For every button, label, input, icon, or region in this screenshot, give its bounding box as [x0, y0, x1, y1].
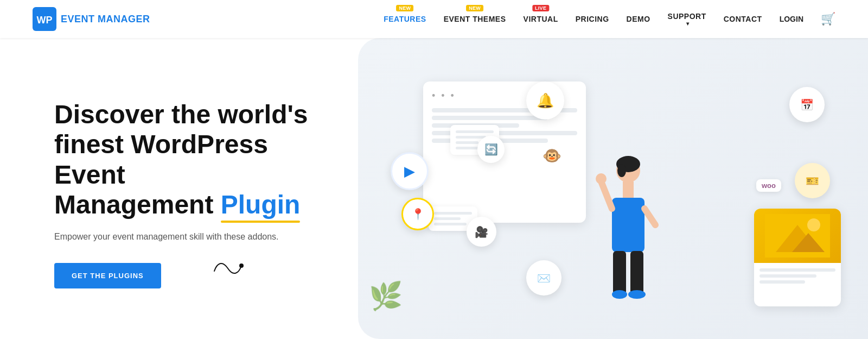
play-icon: ▶ — [404, 163, 415, 180]
email-icon: ✉️ — [537, 272, 551, 285]
location-circle: 📍 — [401, 198, 434, 230]
nav-item-virtual[interactable]: LIVE VIRTUAL — [524, 15, 558, 23]
image-card-thumbnail — [754, 209, 841, 263]
play-circle: ▶ — [391, 152, 429, 190]
refresh-circle: 🔄 — [477, 136, 505, 163]
video-icon: 🎥 — [475, 225, 488, 238]
nav-item-event-themes[interactable]: NEW EVENT THEMES — [444, 15, 506, 23]
video-circle: 🎥 — [467, 217, 496, 247]
mountain-scene — [765, 214, 830, 258]
person-illustration — [590, 154, 666, 306]
svg-rect-12 — [630, 251, 643, 294]
support-chevron-icon: ▾ — [686, 21, 690, 27]
nav-item-login[interactable]: LOGIN — [780, 15, 803, 23]
svg-point-9 — [596, 173, 607, 184]
hero-heading: Discover the world's finest WordPress Ev… — [54, 99, 336, 219]
logo-text: EVENT MANAGER — [61, 14, 150, 25]
hero-highlight: Plugin — [221, 190, 301, 219]
ticket-icon: 🎫 — [806, 174, 819, 187]
svg-rect-11 — [613, 251, 626, 294]
hero-left: Discover the world's finest WordPress Ev… — [0, 38, 369, 339]
card-line — [432, 116, 548, 120]
calendar-icon: 📅 — [800, 98, 814, 111]
ticket-circle: 🎫 — [795, 163, 830, 198]
mascot-icon: 🐵 — [542, 147, 561, 165]
features-badge: NEW — [396, 5, 413, 11]
image-card — [754, 209, 841, 306]
svg-point-5 — [617, 164, 626, 177]
svg-line-8 — [601, 181, 612, 209]
hero-right-illustration: • • • — [358, 38, 868, 339]
location-icon: 📍 — [411, 208, 425, 221]
cart-icon[interactable]: 🛒 — [821, 12, 835, 26]
nav-item-pricing[interactable]: PRICING — [576, 15, 609, 23]
get-plugins-button[interactable]: GET THE PLUGINS — [54, 263, 161, 288]
hero-section: Discover the world's finest WordPress Ev… — [0, 38, 868, 339]
svg-rect-7 — [623, 181, 634, 198]
bell-circle: 🔔 — [526, 81, 564, 120]
nav-item-support[interactable]: SUPPORT ▾ — [668, 12, 706, 27]
svg-point-13 — [612, 290, 627, 299]
header: WP EVENT MANAGER NEW FEATURES NEW EVENT … — [0, 0, 868, 38]
nav-item-contact[interactable]: CONTACT — [724, 15, 762, 23]
svg-text:WP: WP — [37, 15, 53, 26]
event-themes-badge: NEW — [466, 5, 483, 11]
squiggle-decoration — [212, 258, 244, 285]
virtual-badge: LIVE — [532, 5, 549, 11]
email-circle: ✉️ — [526, 260, 561, 296]
calendar-circle: 📅 — [789, 87, 825, 122]
nav-item-demo[interactable]: DEMO — [627, 15, 650, 23]
woo-badge: woo — [756, 179, 781, 192]
logo[interactable]: WP EVENT MANAGER — [33, 7, 150, 31]
refresh-icon: 🔄 — [484, 143, 498, 156]
illustration-container: • • • — [358, 38, 868, 339]
hero-subtext: Empower your event management skill with… — [54, 230, 282, 243]
bell-icon: 🔔 — [537, 92, 554, 109]
svg-point-2 — [239, 263, 244, 268]
svg-rect-6 — [612, 198, 644, 252]
plant-decoration: 🌿 — [369, 280, 403, 312]
svg-line-10 — [644, 209, 655, 225]
svg-point-18 — [807, 218, 820, 231]
nav-item-features[interactable]: NEW FEATURES — [384, 15, 426, 23]
main-nav: NEW FEATURES NEW EVENT THEMES LIVE VIRTU… — [384, 12, 835, 27]
svg-point-14 — [628, 290, 646, 299]
logo-icon: WP — [33, 7, 56, 31]
